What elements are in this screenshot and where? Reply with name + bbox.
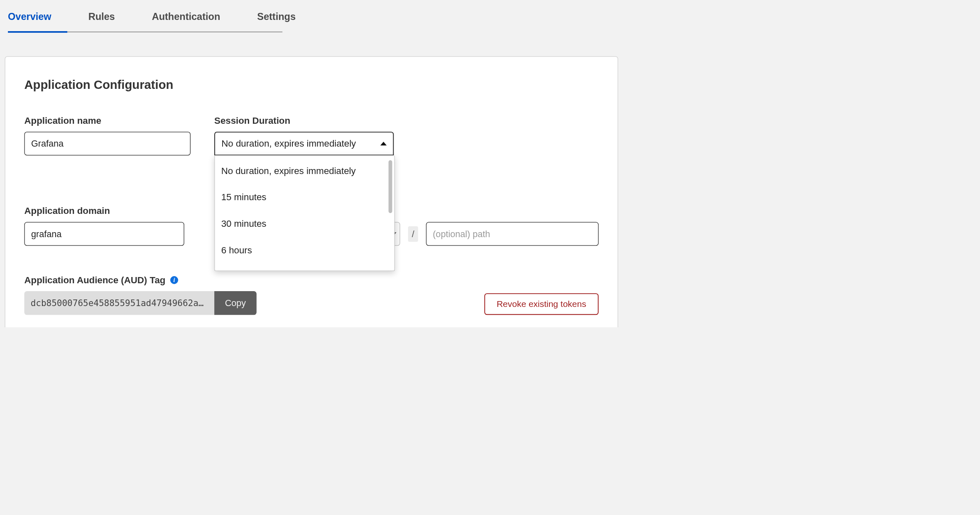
- application-subdomain-input[interactable]: [24, 222, 184, 246]
- tab-rules[interactable]: Rules: [88, 0, 131, 34]
- session-duration-dropdown: No duration, expires immediately 15 minu…: [214, 155, 395, 271]
- field-application-name: Application name: [24, 115, 214, 156]
- tab-settings[interactable]: Settings: [257, 0, 311, 34]
- chevron-up-icon: [380, 142, 387, 145]
- session-option-30-minutes[interactable]: 30 minutes: [215, 211, 394, 237]
- session-duration-select[interactable]: No duration, expires immediately No dura…: [214, 132, 394, 155]
- label-aud-tag: Application Audience (AUD) Tag: [24, 275, 165, 285]
- application-path-input[interactable]: [426, 222, 599, 246]
- application-configuration-card: Application Configuration Application na…: [5, 56, 618, 327]
- revoke-existing-tokens-button[interactable]: Revoke existing tokens: [484, 293, 598, 315]
- dropdown-scrollbar[interactable]: [389, 160, 392, 213]
- session-option-6-hours[interactable]: 6 hours: [215, 237, 394, 263]
- label-session-duration: Session Duration: [214, 115, 394, 126]
- info-icon[interactable]: i: [170, 276, 178, 284]
- card-title: Application Configuration: [24, 77, 598, 91]
- session-duration-selected: No duration, expires immediately: [221, 138, 356, 149]
- tab-overview[interactable]: Overview: [8, 0, 67, 34]
- session-option-no-duration[interactable]: No duration, expires immediately: [215, 157, 394, 184]
- tab-authentication[interactable]: Authentication: [152, 0, 236, 34]
- session-option-15-minutes[interactable]: 15 minutes: [215, 184, 394, 211]
- field-aud-tag: Application Audience (AUD) Tag i dcb8500…: [24, 275, 598, 315]
- aud-tag-value: dcb85000765e458855951ad47949662a…: [24, 291, 214, 315]
- field-session-duration: Session Duration No duration, expires im…: [214, 115, 394, 156]
- application-name-input[interactable]: [24, 132, 190, 155]
- copy-button[interactable]: Copy: [214, 291, 257, 315]
- label-application-name: Application name: [24, 115, 214, 126]
- path-separator: /: [408, 226, 418, 242]
- tabs: Overview Rules Authentication Settings: [0, 0, 623, 34]
